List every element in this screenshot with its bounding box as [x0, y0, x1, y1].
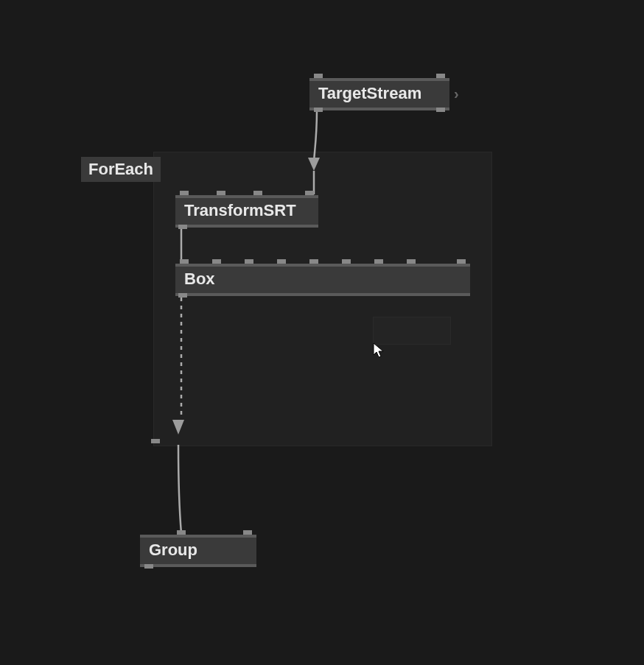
chevron-right-icon: ›: [454, 85, 459, 102]
input-port[interactable]: [342, 259, 351, 264]
input-port[interactable]: [212, 259, 221, 264]
ghost-box: [373, 317, 451, 345]
input-port[interactable]: [245, 259, 253, 264]
input-port[interactable]: [180, 259, 189, 264]
foreach-label[interactable]: ForEach: [81, 157, 161, 182]
output-port[interactable]: [178, 293, 187, 298]
input-port[interactable]: [277, 259, 286, 264]
input-port[interactable]: [180, 191, 189, 195]
input-port[interactable]: [305, 191, 314, 195]
input-port[interactable]: [309, 259, 318, 264]
node-transformsrt[interactable]: TransformSRT: [175, 195, 318, 228]
input-port[interactable]: [407, 259, 416, 264]
input-port[interactable]: [253, 191, 262, 195]
node-label: TargetStream: [318, 84, 421, 102]
output-port[interactable]: [436, 108, 445, 112]
node-group[interactable]: Group: [140, 535, 256, 567]
output-port[interactable]: [314, 108, 323, 112]
output-port[interactable]: [178, 225, 187, 229]
node-graph-canvas[interactable]: ForEach TargetStream › TransformSRT Box: [0, 0, 644, 665]
input-port[interactable]: [217, 191, 225, 195]
input-port[interactable]: [314, 74, 323, 78]
input-port[interactable]: [374, 259, 383, 264]
foreach-label-text: ForEach: [88, 160, 153, 178]
input-port[interactable]: [436, 74, 445, 78]
input-port[interactable]: [457, 259, 466, 264]
output-port[interactable]: [144, 564, 153, 569]
input-port[interactable]: [177, 530, 186, 535]
node-label: Box: [184, 270, 215, 288]
input-port[interactable]: [243, 530, 252, 535]
region-collapse-handle[interactable]: [151, 439, 160, 443]
node-label: TransformSRT: [184, 201, 296, 219]
node-label: Group: [149, 541, 197, 559]
node-box[interactable]: Box: [175, 264, 470, 296]
node-targetstream[interactable]: TargetStream: [309, 78, 449, 110]
